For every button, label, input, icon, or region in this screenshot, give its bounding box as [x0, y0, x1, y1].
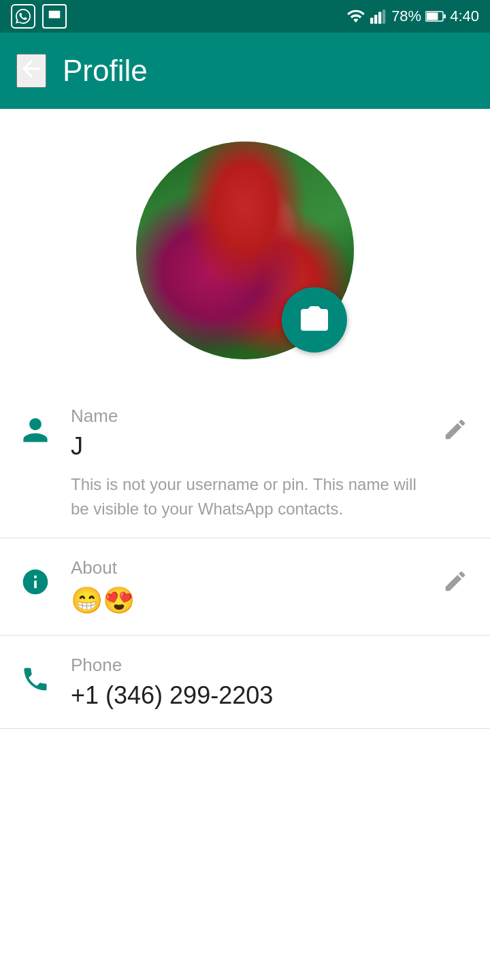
phone-row: Phone +1 (346) 299-2203 — [0, 636, 490, 729]
name-row: Name J This is not your username or pin.… — [0, 387, 490, 538]
about-label: About — [71, 557, 421, 578]
content: Name J This is not your username or pin.… — [0, 109, 490, 980]
name-section: Name J This is not your username or pin.… — [0, 387, 490, 729]
name-value: J — [71, 431, 421, 463]
svg-rect-6 — [444, 14, 446, 18]
about-value: 😁😍 — [71, 583, 421, 619]
svg-rect-1 — [374, 15, 377, 24]
pencil-icon — [442, 416, 468, 442]
battery-percentage: 78% — [391, 7, 421, 25]
svg-rect-2 — [378, 12, 381, 24]
svg-rect-3 — [382, 10, 385, 24]
avatar-wrapper — [136, 142, 354, 359]
about-content: About 😁😍 — [71, 557, 421, 619]
info-icon — [20, 567, 50, 597]
status-bar-left — [11, 4, 67, 29]
page-title: Profile — [63, 54, 148, 88]
phone-value: +1 (346) 299-2203 — [71, 680, 474, 712]
battery-icon — [425, 10, 446, 22]
wifi-icon — [346, 9, 365, 24]
whatsapp-icon — [11, 4, 35, 29]
signal-icon — [370, 9, 387, 24]
phone-content: Phone +1 (346) 299-2203 — [71, 655, 474, 712]
edit-name-button[interactable] — [437, 411, 474, 448]
name-content: Name J This is not your username or pin.… — [71, 406, 421, 521]
status-bar-right: 78% 4:40 — [346, 7, 479, 25]
toolbar: Profile — [0, 33, 490, 109]
info-icon-wrapper — [16, 563, 54, 601]
pencil-about-icon — [442, 568, 468, 594]
edit-about-button[interactable] — [437, 563, 474, 600]
phone-label: Phone — [71, 655, 474, 676]
avatar-section — [0, 109, 490, 387]
about-row: About 😁😍 — [0, 538, 490, 636]
back-button[interactable] — [16, 54, 46, 88]
svg-rect-0 — [370, 18, 373, 24]
name-subtext: This is not your username or pin. This n… — [71, 472, 421, 521]
monitor-icon — [42, 4, 67, 29]
phone-icon — [20, 664, 50, 694]
status-bar: 78% 4:40 — [0, 0, 490, 33]
name-label: Name — [71, 406, 421, 427]
change-photo-button[interactable] — [282, 287, 347, 353]
phone-icon-wrapper — [16, 660, 54, 698]
svg-rect-5 — [427, 13, 438, 20]
person-icon — [20, 415, 50, 445]
time-display: 4:40 — [450, 7, 479, 25]
camera-icon — [298, 304, 331, 336]
footer-spacer — [0, 729, 490, 933]
person-icon-wrapper — [16, 411, 54, 449]
